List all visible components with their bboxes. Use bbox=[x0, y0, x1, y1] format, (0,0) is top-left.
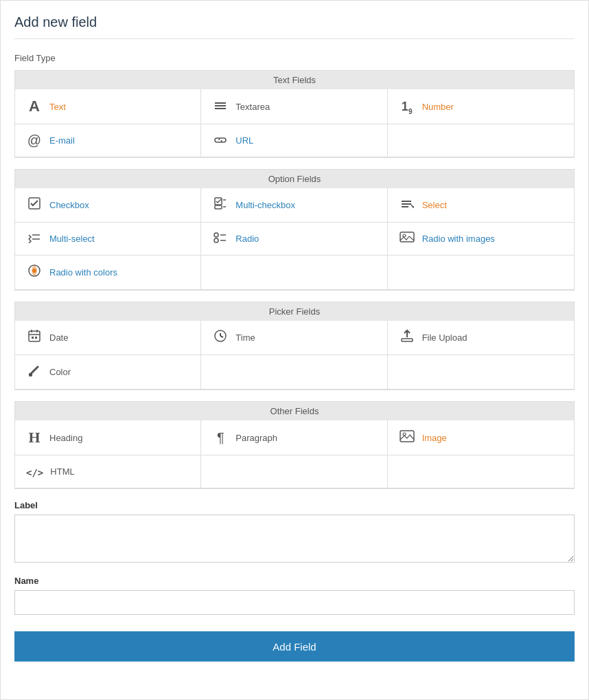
name-input[interactable] bbox=[14, 590, 575, 615]
field-item-label-radio-images: Radio with images bbox=[422, 234, 495, 244]
svg-point-18 bbox=[403, 234, 406, 237]
multi-checkbox-icon bbox=[212, 196, 229, 214]
other-fields-group: Other FieldsHHeading¶ParagraphImage</>HT… bbox=[14, 401, 575, 489]
field-item-label-email: E-mail bbox=[49, 135, 75, 146]
field-item-radio-images[interactable]: Radio with images bbox=[388, 223, 574, 256]
radio-images-icon bbox=[399, 231, 415, 247]
at-icon: @ bbox=[26, 133, 43, 148]
field-item-select[interactable]: Select bbox=[388, 188, 574, 223]
field-item-url[interactable]: URL bbox=[201, 124, 387, 157]
option-fields-group: Option FieldsCheckboxMulti-checkboxSelec… bbox=[14, 169, 575, 291]
label-group: Label bbox=[14, 500, 575, 565]
field-item-empty bbox=[388, 355, 574, 389]
field-item-multi-select[interactable]: Multi-select bbox=[15, 223, 201, 256]
upload-icon bbox=[399, 329, 415, 346]
svg-rect-32 bbox=[29, 373, 32, 376]
svg-rect-17 bbox=[400, 232, 414, 242]
field-item-email[interactable]: @E-mail bbox=[15, 124, 201, 157]
field-item-textarea[interactable]: Textarea bbox=[201, 89, 387, 124]
multi-select-icon bbox=[26, 231, 43, 247]
field-item-image[interactable]: Image bbox=[388, 420, 574, 455]
field-item-label-multi-select: Multi-select bbox=[49, 234, 95, 244]
bold-a-icon: A bbox=[26, 98, 43, 115]
field-item-text[interactable]: AText bbox=[15, 89, 201, 124]
svg-line-29 bbox=[220, 336, 223, 337]
name-field-label: Name bbox=[14, 576, 575, 586]
field-item-radio[interactable]: Radio bbox=[201, 223, 387, 256]
field-item-label-html: HTML bbox=[50, 466, 74, 477]
field-item-color[interactable]: Color bbox=[15, 355, 201, 389]
svg-line-31 bbox=[31, 367, 38, 374]
picker-fields-group: Picker FieldsDateTimeFile UploadColor bbox=[14, 302, 575, 390]
color-icon bbox=[26, 363, 43, 381]
svg-rect-30 bbox=[402, 339, 413, 341]
field-item-label-paragraph: Paragraph bbox=[235, 433, 277, 443]
field-item-radio-colors[interactable]: Radio with colors bbox=[15, 256, 201, 290]
add-new-field-container: Add new field Field Type Text FieldsATex… bbox=[0, 0, 589, 700]
add-field-button[interactable]: Add Field bbox=[14, 631, 575, 662]
field-item-label-url: URL bbox=[235, 135, 253, 146]
date-icon bbox=[26, 329, 43, 346]
field-item-label-time: Time bbox=[235, 332, 255, 343]
field-item-date[interactable]: Date bbox=[15, 321, 201, 355]
name-group: Name bbox=[14, 576, 575, 615]
text-fields-group: Text FieldsATextTextarea19Number@E-mailU… bbox=[14, 70, 575, 158]
field-item-number[interactable]: 19Number bbox=[388, 89, 574, 124]
link-icon bbox=[212, 133, 229, 148]
field-item-label-date: Date bbox=[49, 332, 68, 343]
field-item-empty bbox=[201, 455, 387, 488]
field-item-label-checkbox: Checkbox bbox=[49, 200, 89, 210]
field-item-heading[interactable]: HHeading bbox=[15, 420, 201, 455]
html-icon: </> bbox=[26, 464, 43, 479]
field-item-label-radio-colors: Radio with colors bbox=[49, 267, 117, 278]
field-item-label-select: Select bbox=[422, 200, 447, 210]
field-item-label-textarea: Textarea bbox=[235, 102, 270, 112]
label-field-label: Label bbox=[14, 500, 575, 510]
field-item-empty bbox=[388, 455, 574, 488]
lines-icon bbox=[212, 99, 229, 115]
radio-colors-icon bbox=[26, 264, 43, 281]
field-item-label-multi-checkbox: Multi-checkbox bbox=[235, 200, 295, 210]
text-fields-group-grid: ATextTextarea19Number@E-mailURL bbox=[15, 89, 574, 157]
time-icon bbox=[212, 329, 229, 346]
field-item-empty bbox=[201, 355, 387, 389]
field-item-time[interactable]: Time bbox=[201, 321, 387, 355]
paragraph-icon: ¶ bbox=[212, 430, 229, 446]
field-item-paragraph[interactable]: ¶Paragraph bbox=[201, 420, 387, 455]
option-fields-group-grid: CheckboxMulti-checkboxSelectMulti-select… bbox=[15, 188, 574, 290]
field-item-label-number: Number bbox=[422, 102, 454, 112]
field-item-empty bbox=[388, 124, 574, 157]
svg-point-13 bbox=[214, 233, 218, 237]
text-fields-group-header: Text Fields bbox=[15, 71, 574, 89]
field-item-file-upload[interactable]: File Upload bbox=[388, 321, 574, 355]
field-item-label-image: Image bbox=[422, 433, 447, 443]
field-type-groups: Text FieldsATextTextarea19Number@E-mailU… bbox=[14, 70, 575, 489]
other-fields-group-grid: HHeading¶ParagraphImage</>HTML bbox=[15, 420, 574, 488]
other-fields-group-header: Other Fields bbox=[15, 402, 574, 420]
svg-rect-25 bbox=[32, 337, 34, 339]
field-item-checkbox[interactable]: Checkbox bbox=[15, 188, 201, 223]
field-item-label-heading: Heading bbox=[49, 433, 82, 443]
svg-rect-26 bbox=[35, 337, 37, 339]
picker-fields-group-header: Picker Fields bbox=[15, 302, 574, 321]
checkbox-icon bbox=[26, 196, 43, 214]
field-item-multi-checkbox[interactable]: Multi-checkbox bbox=[201, 188, 387, 223]
field-item-html[interactable]: </>HTML bbox=[15, 455, 201, 488]
number-icon: 19 bbox=[399, 98, 415, 115]
field-item-label-text: Text bbox=[49, 102, 66, 112]
image-icon bbox=[399, 430, 415, 446]
page-title: Add new field bbox=[14, 14, 575, 39]
field-item-empty bbox=[388, 256, 574, 290]
label-textarea[interactable] bbox=[14, 515, 575, 563]
svg-point-20 bbox=[32, 269, 36, 273]
svg-rect-33 bbox=[400, 431, 414, 442]
svg-rect-21 bbox=[29, 331, 40, 341]
field-item-label-radio: Radio bbox=[235, 234, 259, 244]
svg-point-14 bbox=[214, 238, 218, 242]
field-item-empty bbox=[201, 256, 387, 290]
field-type-label: Field Type bbox=[14, 53, 575, 63]
option-fields-group-header: Option Fields bbox=[15, 170, 574, 188]
picker-fields-group-grid: DateTimeFile UploadColor bbox=[15, 321, 574, 389]
field-item-label-color: Color bbox=[49, 367, 71, 377]
heading-icon: H bbox=[26, 429, 43, 447]
